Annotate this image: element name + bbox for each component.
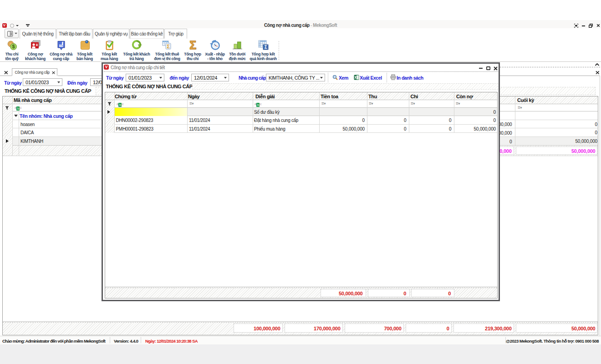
svg-text:$: $ bbox=[12, 44, 15, 49]
svg-text:Σ: Σ bbox=[189, 40, 196, 51]
svg-text:Σ: Σ bbox=[265, 45, 267, 50]
svg-text:Σ: Σ bbox=[167, 44, 170, 49]
